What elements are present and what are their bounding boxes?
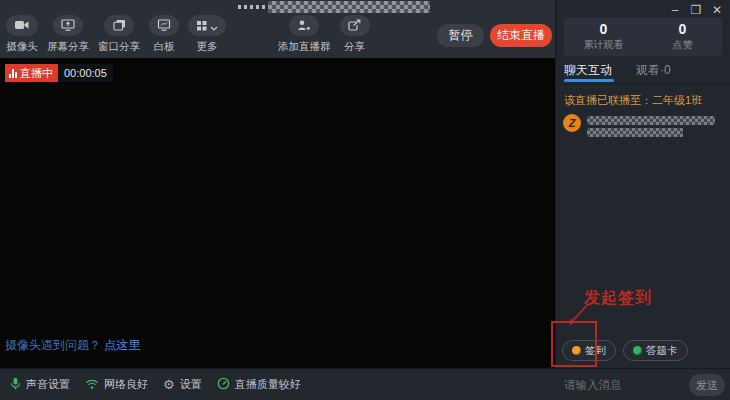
window-share-button[interactable]: 窗口分享 bbox=[98, 15, 140, 54]
tab-viewers[interactable]: 观看·0 bbox=[636, 62, 671, 79]
broadcast-notice: 该直播已联播至：二年级1班 bbox=[564, 93, 702, 108]
titlebar-toolbar-area: 摄像头 屏幕分享 窗口分享 白板 bbox=[0, 0, 555, 58]
censored-message-line-1 bbox=[587, 116, 715, 125]
live-toolbar: 摄像头 屏幕分享 窗口分享 白板 bbox=[6, 15, 379, 54]
likes-value: 0 bbox=[679, 21, 687, 37]
panel-tabs: 聊天互动 观看·0 bbox=[564, 62, 671, 79]
wifi-icon bbox=[85, 378, 99, 391]
views-label: 累计观看 bbox=[584, 38, 624, 52]
camera-help-link[interactable]: 点这里 bbox=[104, 338, 140, 352]
camera-help: 摄像头遇到问题？ 点这里 bbox=[5, 337, 140, 354]
network-status-button[interactable]: 网络良好 bbox=[85, 377, 148, 392]
more-grid-icon bbox=[196, 17, 207, 35]
live-quality-label: 直播质量较好 bbox=[235, 377, 301, 392]
likes-stat: 0 点赞 bbox=[643, 17, 722, 56]
avatar: Z bbox=[563, 114, 581, 132]
share-icon bbox=[348, 17, 361, 35]
screen-share-button[interactable]: 屏幕分享 bbox=[47, 15, 89, 54]
checkin-button[interactable]: 签到 bbox=[562, 340, 616, 361]
chat-message: Z bbox=[563, 114, 715, 137]
live-bars-icon bbox=[9, 69, 17, 78]
chevron-down-icon bbox=[210, 17, 218, 35]
app-window: 摄像头 屏幕分享 窗口分享 白板 bbox=[0, 0, 730, 400]
live-status-badge: 直播中 00:00:05 bbox=[5, 64, 113, 82]
whiteboard-button[interactable]: 白板 bbox=[149, 15, 179, 54]
censored-window-title bbox=[268, 1, 430, 13]
minimize-button[interactable]: – bbox=[668, 2, 682, 18]
window-controls: – ❐ ✕ bbox=[668, 2, 724, 18]
more-label: 更多 bbox=[197, 40, 218, 54]
settings-button[interactable]: ⚙ 设置 bbox=[163, 377, 202, 392]
likes-label: 点赞 bbox=[673, 38, 693, 52]
sound-settings-label: 声音设置 bbox=[26, 377, 70, 392]
answer-card-label: 答题卡 bbox=[646, 344, 678, 358]
message-composer: 发送 bbox=[556, 369, 730, 400]
annotation-arrow-icon bbox=[564, 302, 590, 328]
add-live-group-button[interactable]: 添加直播群 bbox=[278, 15, 331, 54]
checkin-icon bbox=[572, 346, 581, 355]
checkin-label: 签到 bbox=[585, 344, 606, 358]
quality-gauge-icon bbox=[217, 377, 230, 392]
chat-message-body bbox=[587, 114, 715, 137]
camera-label: 摄像头 bbox=[6, 40, 38, 54]
add-live-group-label: 添加直播群 bbox=[278, 40, 331, 54]
active-tab-indicator bbox=[564, 79, 614, 82]
interaction-panel: – ❐ ✕ 0 累计观看 0 点赞 聊天互动 观看·0 该直播已联播至：二年级1… bbox=[555, 0, 730, 368]
status-bar: 声音设置 网络良好 ⚙ 设置 直播质量较好 发送 bbox=[0, 368, 730, 400]
live-quality-button[interactable]: 直播质量较好 bbox=[217, 377, 301, 392]
tab-chat[interactable]: 聊天互动 bbox=[564, 62, 612, 79]
gear-icon: ⚙ bbox=[163, 378, 175, 391]
message-input[interactable] bbox=[564, 376, 684, 394]
mic-icon bbox=[10, 377, 21, 392]
censored-message-line-2 bbox=[587, 128, 683, 137]
annotation-text: 发起签到 bbox=[584, 288, 652, 309]
camera-icon bbox=[14, 17, 30, 35]
live-timer: 00:00:05 bbox=[58, 64, 113, 82]
network-status-label: 网络良好 bbox=[104, 377, 148, 392]
live-badge-label: 直播中 bbox=[20, 65, 53, 81]
sound-settings-button[interactable]: 声音设置 bbox=[10, 377, 70, 392]
add-group-icon bbox=[297, 17, 311, 35]
camera-button[interactable]: 摄像头 bbox=[6, 15, 38, 54]
more-button[interactable]: 更多 bbox=[188, 15, 226, 54]
camera-help-text: 摄像头遇到问题？ bbox=[5, 338, 101, 352]
views-stat: 0 累计观看 bbox=[564, 17, 643, 56]
send-button[interactable]: 发送 bbox=[689, 374, 725, 396]
answer-card-icon bbox=[633, 346, 642, 355]
settings-label: 设置 bbox=[180, 377, 202, 392]
stats-card: 0 累计观看 0 点赞 bbox=[564, 17, 722, 56]
interaction-actions: 签到 答题卡 bbox=[562, 340, 688, 361]
views-value: 0 bbox=[600, 21, 608, 37]
screen-share-label: 屏幕分享 bbox=[47, 40, 89, 54]
status-items: 声音设置 网络良好 ⚙ 设置 直播质量较好 bbox=[10, 369, 301, 400]
answer-card-button[interactable]: 答题卡 bbox=[623, 340, 688, 361]
window-share-label: 窗口分享 bbox=[98, 40, 140, 54]
video-preview: 直播中 00:00:05 摄像头遇到问题？ 点这里 bbox=[0, 58, 555, 368]
share-label: 分享 bbox=[344, 40, 365, 54]
screen-share-icon bbox=[61, 17, 75, 35]
share-button[interactable]: 分享 bbox=[340, 15, 370, 54]
tabs-divider bbox=[556, 84, 730, 85]
whiteboard-label: 白板 bbox=[154, 40, 175, 54]
pause-button[interactable]: 暂停 bbox=[437, 24, 484, 47]
titlebar-dots bbox=[238, 5, 267, 9]
close-button[interactable]: ✕ bbox=[710, 2, 724, 18]
whiteboard-icon bbox=[157, 17, 171, 35]
end-live-button[interactable]: 结束直播 bbox=[490, 24, 552, 47]
maximize-button[interactable]: ❐ bbox=[689, 2, 703, 18]
window-share-icon bbox=[113, 17, 126, 35]
